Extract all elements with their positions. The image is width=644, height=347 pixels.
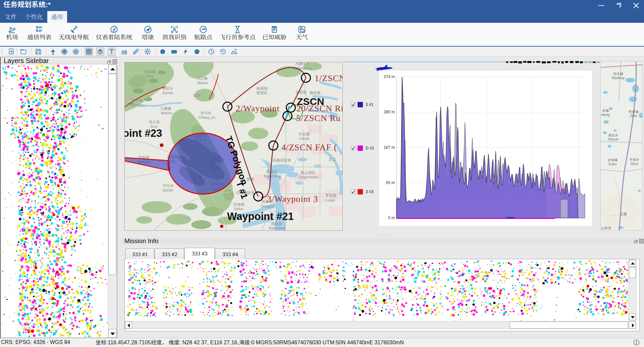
svg-text:4/ZSCN FAF (: 4/ZSCN FAF ( bbox=[281, 142, 337, 152]
svg-text::0 MGRS:50RMS4674076030 UTM:5: :0 MGRS:50RMS4674076030 UTM:50N 446740mE… bbox=[250, 340, 404, 345]
svg-text:Raofeng: Raofeng bbox=[612, 76, 625, 80]
svg-text:Renshou: Renshou bbox=[130, 103, 145, 107]
svg-text:2/Waypoint: 2/Waypoint bbox=[236, 104, 280, 113]
svg-text:0 m: 0 m bbox=[388, 216, 395, 220]
svg-text:Tanxi: Tanxi bbox=[145, 74, 154, 78]
svg-text:Zitbu: Zitbu bbox=[630, 114, 637, 118]
svg-text:Makou: Makou bbox=[197, 81, 208, 85]
svg-text:Lehua: Lehua bbox=[299, 136, 310, 140]
svg-text:3/Waypoint 3: 3/Waypoint 3 bbox=[267, 194, 318, 204]
svg-text:Hiuyun: Hiuyun bbox=[608, 137, 618, 141]
svg-text:Nanchang: Nanchang bbox=[264, 174, 281, 178]
svg-text:Qicui: Qicui bbox=[631, 162, 638, 166]
svg-text:187 m: 187 m bbox=[384, 145, 395, 150]
svg-text:oint #23: oint #23 bbox=[124, 127, 162, 139]
svg-text:Wanbu: Wanbu bbox=[161, 111, 172, 115]
svg-text:Gubu: Gubu bbox=[608, 162, 616, 166]
svg-text::*: :* bbox=[46, 1, 51, 8]
svg-text:: N28 42 37, E116 27,16,: : N28 42 37, E116 27,16, bbox=[179, 340, 239, 345]
svg-text:AB: AB bbox=[121, 50, 127, 54]
svg-text:Xinmin: Xinmin bbox=[162, 91, 173, 95]
svg-text:Chang_un: Chang_un bbox=[198, 115, 215, 119]
svg-text:ZSCN: ZSCN bbox=[297, 96, 324, 107]
svg-text:Qingshanhu: Qingshanhu bbox=[298, 175, 318, 179]
svg-text:280 m: 280 m bbox=[384, 110, 395, 114]
svg-text:Qiaole: Qiaole bbox=[163, 188, 173, 192]
svg-text:Dongxin: Dongxin bbox=[261, 204, 274, 208]
svg-text:374 m: 374 m bbox=[384, 74, 395, 79]
svg-text:Luojia: Luojia bbox=[325, 198, 335, 202]
svg-text:5/ZSCN Ru: 5/ZSCN Ru bbox=[296, 113, 341, 123]
svg-text:efeng: efeng bbox=[601, 113, 609, 117]
svg-text:Waypoint #21: Waypoint #21 bbox=[227, 211, 294, 222]
svg-text:1/ZSCN U: 1/ZSCN U bbox=[315, 73, 343, 83]
svg-text:Nanchang: Nanchang bbox=[269, 226, 285, 230]
svg-text::116.4547,28.7105: :116.4547,28.7105 bbox=[106, 340, 151, 345]
svg-text:93 m: 93 m bbox=[386, 180, 395, 185]
